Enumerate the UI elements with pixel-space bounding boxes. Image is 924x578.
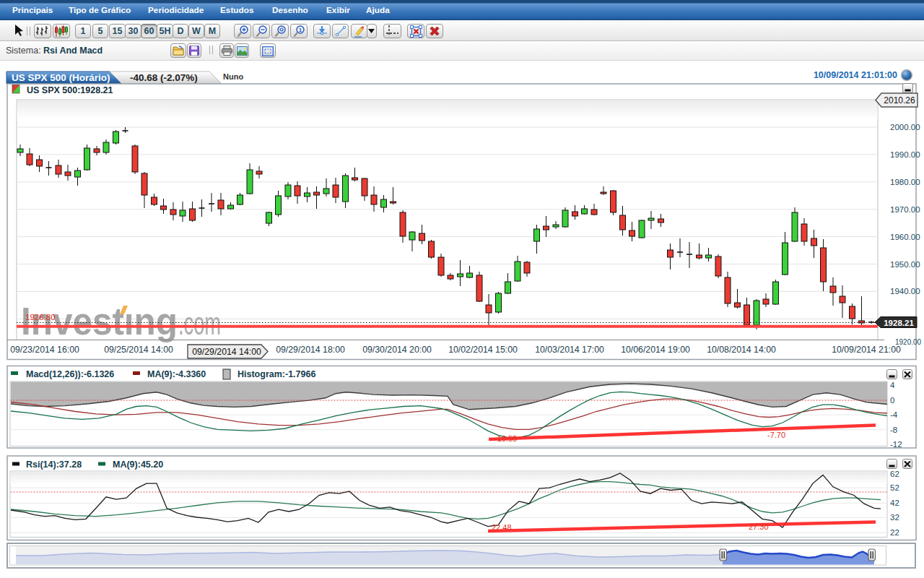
svg-text:-7.70: -7.70 (767, 431, 785, 439)
svg-text:Rsi(14):37.28: Rsi(14):37.28 (26, 460, 82, 470)
svg-text:Histogram:-1.7966: Histogram:-1.7966 (237, 369, 315, 379)
svg-text:.com: .com (178, 306, 221, 341)
svg-text:27.30: 27.30 (749, 522, 769, 531)
svg-text:09/25/2014 14:00: 09/25/2014 14:00 (104, 345, 173, 355)
svg-text:Nuno: Nuno (223, 72, 243, 81)
svg-text:10/09/2014 21:01:00: 10/09/2014 21:01:00 (814, 70, 897, 80)
svg-text:MA(9):-4.3360: MA(9):-4.3360 (147, 369, 206, 379)
svg-text:-12: -12 (890, 440, 902, 449)
svg-text:2000.00: 2000.00 (890, 123, 920, 131)
svg-text:42: 42 (890, 499, 899, 507)
svg-text:52: 52 (890, 483, 899, 492)
svg-text:-10.55: -10.55 (494, 434, 517, 443)
svg-text:US SPX 500:1928.21: US SPX 500:1928.21 (27, 85, 113, 95)
svg-text:1940.00: 1940.00 (890, 287, 920, 296)
svg-text:-8: -8 (890, 426, 897, 434)
svg-text:MA(9):45.20: MA(9):45.20 (113, 460, 163, 470)
svg-text:2010.26: 2010.26 (884, 95, 915, 105)
svg-text:1950.00: 1950.00 (890, 260, 920, 269)
svg-text:10/09/2014 21:00: 10/09/2014 21:00 (832, 345, 901, 355)
svg-text:09/30/2014 20:00: 09/30/2014 20:00 (362, 345, 432, 355)
svg-text:10/03/2014 17:00: 10/03/2014 17:00 (535, 345, 604, 355)
svg-text:1926.80: 1926.80 (25, 313, 56, 322)
svg-text:09/29/2014 18:00: 09/29/2014 18:00 (276, 345, 345, 355)
svg-text:10/02/2014 15:00: 10/02/2014 15:00 (448, 345, 518, 355)
svg-text:0: 0 (890, 396, 894, 405)
svg-text:4: 4 (890, 381, 895, 389)
svg-text:62: 62 (890, 470, 899, 478)
svg-text:-4: -4 (890, 410, 898, 419)
svg-text:09/23/2014 16:00: 09/23/2014 16:00 (10, 345, 79, 355)
svg-text:1928.21: 1928.21 (884, 319, 914, 327)
svg-text:09/29/2014 14:00: 09/29/2014 14:00 (192, 347, 261, 357)
svg-text:10/08/2014 14:00: 10/08/2014 14:00 (707, 345, 776, 355)
svg-text:-40.68 (-2.07%): -40.68 (-2.07%) (130, 72, 198, 83)
svg-text:1970.00: 1970.00 (890, 205, 920, 214)
svg-text:10/06/2014 19:00: 10/06/2014 19:00 (621, 345, 690, 355)
svg-text:Macd(12,26)):-6.1326: Macd(12,26)):-6.1326 (26, 369, 114, 379)
svg-text:US SPX 500 (Horário): US SPX 500 (Horário) (12, 72, 110, 83)
svg-text:32: 32 (890, 513, 899, 522)
svg-text:22: 22 (890, 528, 899, 537)
svg-text:22.48: 22.48 (492, 523, 512, 532)
svg-text:1990.00: 1990.00 (890, 150, 920, 159)
svg-text:1960.00: 1960.00 (890, 233, 920, 241)
svg-text:1980.00: 1980.00 (890, 178, 920, 186)
